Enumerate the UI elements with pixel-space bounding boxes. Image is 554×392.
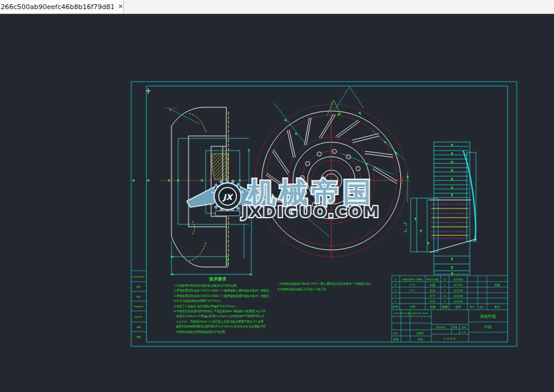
bom-cell: 12 xyxy=(443,278,447,281)
bom-cell: 后盘 xyxy=(430,300,436,303)
bom-cell: 12 xyxy=(443,294,447,298)
bom-cell: 1 xyxy=(444,289,446,292)
section-hatch xyxy=(212,154,228,179)
bom-header: 单件 xyxy=(470,305,475,308)
bom-cell: GB/T893-1986 xyxy=(403,278,423,281)
tb-scale: 比例 xyxy=(461,326,466,329)
watermark-site: JXDIGUO.COM xyxy=(240,203,380,221)
impeller-front-view xyxy=(255,87,410,258)
note-line: 4.叶片与轮盘的贴合间隙不大于3mm。 xyxy=(174,299,223,303)
bom-cell: HT250 xyxy=(454,283,463,287)
note-line: 6.叶轮组装好后需作静平衡校正,平衡品质按G6.3级选取,叶轮重量 kg,工作 xyxy=(174,309,266,313)
note-line: a g·mm。平衡校正时在一个校正面上去重,每处去重量不得大于7,去重 xyxy=(176,319,264,324)
bom-cell: **-2 xyxy=(410,283,416,287)
margin-cell: 借(通)用件登记 xyxy=(132,276,145,278)
tb-product-name: 风机叶轮 xyxy=(480,314,497,319)
bom-cell: **-1 xyxy=(410,289,416,292)
bom-header: 材料 xyxy=(455,305,461,309)
document-tab[interactable]: 266c500ab90eefc46b8b16f79d81 ✕ xyxy=(0,0,124,13)
tb-weight: 质量 xyxy=(453,326,458,329)
notes-title: 技术要求 xyxy=(209,276,227,282)
section-lines-upper xyxy=(434,146,469,198)
bom-cell: M14×40 xyxy=(426,278,438,281)
logo-banner xyxy=(215,211,240,216)
tb-standard: 标准化 xyxy=(417,332,424,335)
margin-table: 借(通)用件登记 图号 签字 旧底图总号 底图总号 日期 描图 xyxy=(131,271,146,338)
bom-cell: 4 xyxy=(395,283,397,287)
bom-header: 序号 xyxy=(392,305,398,308)
bom-table: 5 GB/T893-1986 M14×40 12 Q235A 4 **-2 轮毂… xyxy=(392,276,508,342)
note-line: 7.叶轮的涂漆按JB/T8445-1993《离心通风机涂装技术条件》中的规定执行… xyxy=(278,282,374,286)
section-lines-mid xyxy=(431,204,469,238)
margin-cell: 底图总号 xyxy=(135,316,143,318)
margin-cell: 日期 xyxy=(136,326,141,329)
tb-check: 校核 xyxy=(394,338,399,341)
note-line: 3.铆接质量应符合JB/T10214-2000《一般用途轴流通风机技术条件》的规… xyxy=(174,294,272,298)
bom-cell: 1 xyxy=(444,283,446,287)
bom-header: 名称 xyxy=(430,305,436,309)
bom-header: 总计 xyxy=(479,305,485,308)
margin-cell: 旧底图总号 xyxy=(134,305,144,308)
blade-profile-view xyxy=(411,142,477,276)
watermark: JX 机械帝国 机械帝国 JXDIGUO.COM xyxy=(187,176,381,221)
cad-drawing: 借(通)用件登记 图号 签字 旧底图总号 底图总号 日期 描图 xyxy=(0,14,554,392)
bom-cell: Q235A xyxy=(453,278,463,281)
document-tab-bar: 266c500ab90eefc46b8b16f79d81 ✕ xyxy=(0,0,554,14)
margin-cell: 签字 xyxy=(136,295,141,298)
note-line: 处距叶轮外缘及铆钉孔的距离均不小于10mm,并均匀分布,且去重处不得 xyxy=(176,324,266,329)
bom-cell: 轮毂 xyxy=(430,283,436,287)
technical-notes: 技术要求 1.叶轮各零件组装前均需检验,合格后方可组装使用。 2.焊接质量应符合… xyxy=(174,276,374,334)
bom-header: 数量 xyxy=(442,305,448,308)
tb-sheet: 共 张 第 张 xyxy=(444,337,456,340)
note-line: 8.叶轮经检验合格后,方可转入下道工序。 xyxy=(278,287,329,291)
note-line: 2.焊接质量应符合JB/T10213-2000《一般用途离心通风机技术条件》的规… xyxy=(174,288,272,293)
title-block: 标记 处数 分区 更改文件号 签名 年月日 设计 校核 标准化 批准 阶段标记 … xyxy=(392,310,508,342)
tb-sign-row: 标记 处数 分区 更改文件号 签名 年月日 xyxy=(394,312,428,315)
watermark-monogram: JX xyxy=(222,193,234,202)
bom-header: 备注 xyxy=(494,305,500,309)
bom-cell: 外购 xyxy=(495,283,501,287)
margin-cell: 描图 xyxy=(136,336,141,338)
bom-header: 代号 xyxy=(409,305,416,308)
app-window: 266c500ab90eefc46b8b16f79d81 ✕ xyxy=(0,0,554,392)
tab-close-icon[interactable]: ✕ xyxy=(118,4,123,10)
bom-cell: Q235A xyxy=(453,300,463,303)
bom-cell: 1 xyxy=(444,300,446,303)
bom-cell: 3 xyxy=(395,289,397,292)
margin-cell: 图号 xyxy=(136,286,141,288)
tb-part-name: 叶轮 xyxy=(485,325,492,329)
tb-approve: 批准 xyxy=(417,338,423,341)
bom-cell: 2 xyxy=(395,294,397,298)
note-line: 5.组装三个轮盘时,相互间的位置偏差不大于5mm。 xyxy=(174,304,238,308)
bom-cell: Q235A xyxy=(453,294,463,298)
bom-cell: 前盘 xyxy=(430,289,436,292)
bom-cell: 5 xyxy=(395,278,397,281)
tab-title: 266c500ab90eefc46b8b16f79d81 xyxy=(1,3,113,11)
note-line: 1.叶轮各零件组装前均需检验,合格后方可组装使用。 xyxy=(174,283,239,288)
bom-cell: Q235A xyxy=(453,289,463,292)
note-line: 转速为1500rpm,许用偏心距离e=25μm,允许的剩余不平衡量不得大于 xyxy=(176,314,265,318)
bom-cell: 1 xyxy=(395,300,397,303)
tb-design: 设计 xyxy=(394,332,399,335)
drawing-viewport[interactable]: 借(通)用件登记 图号 签字 旧底图总号 底图总号 日期 描图 xyxy=(0,14,554,392)
tb-scale-value: 1:2 xyxy=(462,330,466,333)
blade-curve xyxy=(463,151,476,241)
bom-cell: 叶片 xyxy=(430,294,436,298)
tb-stage: 阶段标记 xyxy=(436,326,445,329)
note-line: 有裂纹等缺陷,并经防锈处理后方可使用。 xyxy=(176,330,228,334)
